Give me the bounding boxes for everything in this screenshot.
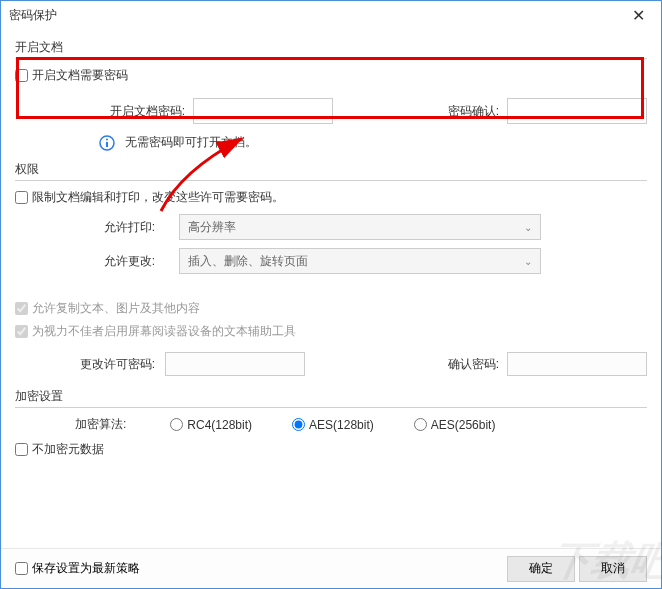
- divider: [15, 407, 647, 408]
- confirm-permission-password-input[interactable]: [507, 352, 647, 376]
- open-info-text: 无需密码即可打开文档。: [125, 134, 257, 151]
- allow-copy-checkbox: [15, 302, 28, 315]
- algo-rc4-radio[interactable]: RC4(128bit): [170, 418, 252, 432]
- section-encrypt-title: 加密设置: [15, 388, 647, 405]
- chevron-down-icon: ⌄: [524, 222, 532, 233]
- allow-print-label: 允许打印:: [59, 219, 179, 236]
- dialog-footer: 保存设置为最新策略 确定 取消: [1, 548, 661, 588]
- no-encrypt-metadata-checkbox[interactable]: [15, 443, 28, 456]
- confirm-permission-password-label: 确认密码:: [427, 356, 507, 373]
- save-as-latest-policy-checkbox[interactable]: [15, 562, 28, 575]
- change-permission-password-input[interactable]: [165, 352, 305, 376]
- restrict-edit-print-checkbox[interactable]: [15, 191, 28, 204]
- chevron-down-icon: ⌄: [524, 256, 532, 267]
- close-icon[interactable]: ✕: [624, 4, 653, 27]
- allow-change-select[interactable]: 插入、删除、旋转页面 ⌄: [179, 248, 541, 274]
- open-password-label: 开启文档密码:: [15, 103, 185, 120]
- open-password-confirm-label: 密码确认:: [349, 103, 499, 120]
- allow-change-label: 允许更改:: [59, 253, 179, 270]
- password-protection-dialog: 密码保护 ✕ 开启文档 开启文档需要密码 开启文档密码: 密码确认: 无需密码即…: [0, 0, 662, 589]
- section-permission-title: 权限: [15, 161, 647, 178]
- allow-change-value: 插入、删除、旋转页面: [188, 253, 308, 270]
- svg-point-1: [106, 138, 108, 140]
- algo-aes128-radio[interactable]: AES(128bit): [292, 418, 374, 432]
- divider: [15, 58, 647, 59]
- allow-copy-label: 允许复制文本、图片及其他内容: [32, 300, 200, 317]
- algo-aes256-radio[interactable]: AES(256bit): [414, 418, 496, 432]
- cancel-button[interactable]: 取消: [579, 556, 647, 582]
- divider: [15, 180, 647, 181]
- allow-print-value: 高分辨率: [188, 219, 236, 236]
- no-encrypt-metadata-label: 不加密元数据: [32, 441, 104, 458]
- svg-rect-2: [106, 142, 108, 147]
- open-require-password-checkbox[interactable]: [15, 69, 28, 82]
- open-require-password-label: 开启文档需要密码: [32, 67, 128, 84]
- save-as-latest-policy-label: 保存设置为最新策略: [32, 560, 140, 577]
- encrypt-algo-label: 加密算法:: [75, 416, 126, 433]
- dialog-title: 密码保护: [9, 7, 57, 24]
- change-permission-password-label: 更改许可密码:: [15, 356, 165, 373]
- info-icon: [99, 135, 115, 151]
- open-password-input[interactable]: [193, 98, 333, 124]
- allow-screenreader-label: 为视力不佳者启用屏幕阅读器设备的文本辅助工具: [32, 323, 296, 340]
- titlebar: 密码保护 ✕: [1, 1, 661, 29]
- section-open-title: 开启文档: [15, 39, 647, 56]
- ok-button[interactable]: 确定: [507, 556, 575, 582]
- open-password-confirm-input[interactable]: [507, 98, 647, 124]
- restrict-edit-print-label: 限制文档编辑和打印，改变这些许可需要密码。: [32, 189, 284, 206]
- allow-print-select[interactable]: 高分辨率 ⌄: [179, 214, 541, 240]
- allow-screenreader-checkbox: [15, 325, 28, 338]
